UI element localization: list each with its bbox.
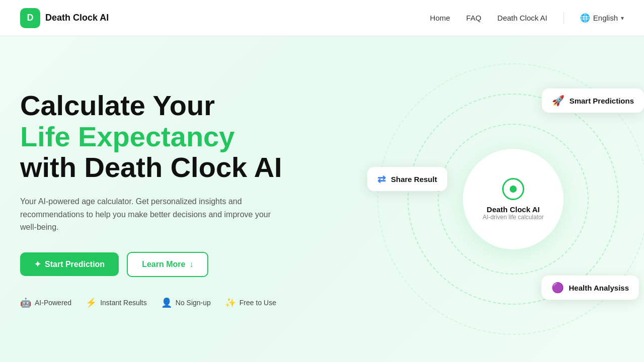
title-line3: with Death Clock AI	[20, 151, 282, 183]
badge-free: ✨ Free to Use	[225, 297, 276, 308]
badge-ai-label: AI-Powered	[35, 299, 71, 307]
robot-icon: 🤖	[20, 297, 31, 308]
navbar: D Death Clock AI Home FAQ Death Clock AI…	[0, 0, 644, 36]
language-selector[interactable]: 🌐 English ▾	[580, 13, 624, 23]
title-line2: Life Expectancy	[20, 121, 234, 152]
nav-link-faq[interactable]: FAQ	[466, 14, 481, 22]
globe-icon: 🌐	[580, 13, 590, 23]
logo-icon: D	[20, 8, 40, 28]
center-card-subtitle: AI-driven life calculator	[482, 214, 543, 221]
chevron-down-icon: ▾	[621, 15, 624, 22]
rocket-icon: 🚀	[552, 95, 565, 107]
arrow-down-icon: ↓	[189, 260, 193, 269]
badge-instant-label: Instant Results	[100, 299, 147, 307]
learn-more-label: Learn More	[142, 260, 185, 269]
health-analysis-label: Health Analysiss	[569, 284, 629, 292]
badge-ai-powered: 🤖 AI-Powered	[20, 297, 71, 308]
badge-nosignup-label: No Sign-up	[176, 299, 211, 307]
start-prediction-button[interactable]: ✦ Start Prediction	[20, 252, 119, 276]
logo-text: Death Clock AI	[45, 13, 109, 23]
bolt-icon: ⚡	[86, 297, 97, 308]
nav-link-deathclock[interactable]: Death Clock AI	[498, 14, 547, 22]
badge-instant: ⚡ Instant Results	[86, 297, 147, 308]
hero-section: Calculate Your Life Expectancy with Deat…	[0, 36, 644, 362]
stars-icon: ✨	[225, 297, 236, 308]
target-icon	[502, 178, 524, 200]
start-prediction-label: Start Prediction	[45, 260, 105, 269]
nav-logo[interactable]: D Death Clock AI	[20, 8, 109, 28]
nav-link-home[interactable]: Home	[430, 14, 450, 22]
hero-badges: 🤖 AI-Powered ⚡ Instant Results 👤 No Sign…	[20, 297, 322, 308]
hero-subtitle: Your AI-powered age calculator. Get pers…	[20, 195, 282, 234]
health-analysis-card: 🟣 Health Analysiss	[541, 276, 639, 300]
share-icon: ⇄	[377, 173, 386, 185]
share-result-card[interactable]: ⇄ Share Result	[367, 167, 447, 191]
smart-predictions-card: 🚀 Smart Predictions	[542, 88, 644, 113]
hero-left: Calculate Your Life Expectancy with Deat…	[20, 70, 322, 328]
pie-chart-icon: 🟣	[551, 282, 564, 294]
smart-predictions-label: Smart Predictions	[570, 97, 634, 105]
nav-links: Home FAQ Death Clock AI 🌐 English ▾	[430, 12, 624, 24]
sparkle-icon: ✦	[34, 259, 41, 269]
badge-free-label: Free to Use	[239, 299, 276, 307]
share-result-label: Share Result	[391, 175, 437, 184]
title-line1: Calculate Your	[20, 89, 215, 121]
circles-container: Death Clock AI AI-driven life calculator…	[372, 58, 644, 340]
lang-label: English	[593, 14, 618, 22]
person-icon: 👤	[161, 297, 172, 308]
learn-more-button[interactable]: Learn More ↓	[127, 252, 208, 277]
nav-divider	[564, 12, 564, 24]
hero-buttons: ✦ Start Prediction Learn More ↓	[20, 252, 322, 277]
badge-no-signup: 👤 No Sign-up	[161, 297, 211, 308]
center-card: Death Clock AI AI-driven life calculator	[463, 149, 564, 249]
center-card-title: Death Clock AI	[487, 205, 539, 214]
hero-illustration: Death Clock AI AI-driven life calculator…	[322, 58, 624, 340]
hero-title: Calculate Your Life Expectancy with Deat…	[20, 90, 322, 183]
